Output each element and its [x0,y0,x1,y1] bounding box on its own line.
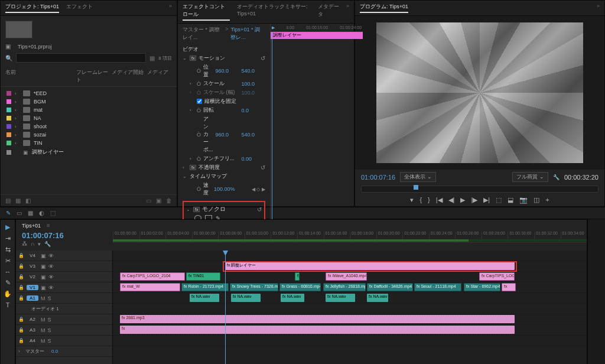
tab-metadata[interactable]: メタデータ [318,3,339,21]
go-in-icon[interactable]: |◀ [436,196,443,204]
toggle-output-icon[interactable]: M [41,317,45,323]
toggle-output-icon[interactable]: ▣ [41,264,46,269]
bin-row[interactable]: ›*EED [3,89,174,98]
ec-timeremap[interactable]: タイムリマップ [190,173,265,180]
slip-tool-icon[interactable]: ↔ [3,268,12,275]
stopwatch-icon[interactable]: Ò [197,68,201,74]
toggle-output-icon[interactable]: M [41,338,45,344]
lift-icon[interactable]: ⬚ [496,196,502,204]
lock-icon[interactable]: 🔒 [18,327,24,333]
ec-time-ruler[interactable]: ▶ 8:00 01:00:16:00 01:00:24:00 [271,24,363,32]
ec-clip-bar[interactable]: 調整レイヤー [271,32,363,39]
track-name[interactable]: V3 [27,264,38,269]
type-tool-icon[interactable]: T [3,301,12,308]
tab-audio-mixer[interactable]: オーディオトラックミキサー: Tips+01 [237,3,311,21]
bin-row[interactable]: ›BGM [3,98,174,106]
clip[interactable]: fx Grass - 60810.mp4 [279,283,321,291]
bin-row[interactable]: ›mat [3,106,174,114]
clip[interactable]: fx Daffodil - 34826.mp4 [367,283,413,291]
wrench-icon[interactable]: 🔧 [553,174,560,180]
toggle-sync-icon[interactable]: 👁 [48,274,54,280]
tab-program[interactable]: プログラム: Tips+01 [360,3,408,13]
clip[interactable]: fx NA.wav [190,294,219,302]
list-view-icon[interactable]: ▤ [5,197,11,204]
comparison-icon[interactable]: ◫ [534,196,539,204]
clip[interactable]: fx [502,283,516,291]
clip[interactable]: fx TIN01 [186,272,220,281]
track-header[interactable]: 🔒A3MS [16,325,112,336]
clip[interactable]: fx 2881.mp3 [120,315,515,323]
clip[interactable]: fx [120,326,515,334]
lock-icon[interactable]: 🔒 [18,274,24,280]
ec-pos-y[interactable]: 540.0 [242,68,265,74]
quality-dropdown[interactable]: フル画質 ⌄ [512,172,548,182]
track-name[interactable]: A2 [27,317,38,322]
clip[interactable]: fx NA.wav [367,294,388,302]
toggle-output-icon[interactable]: M [41,327,45,333]
selection-tool-icon[interactable]: ▶ [3,223,12,231]
timeline-playhead[interactable] [225,251,226,364]
toggle-sync-icon[interactable]: 👁 [48,253,54,259]
track-name[interactable]: A1 [27,295,38,301]
item-row[interactable]: ▣調整レイヤー [3,147,174,157]
stopwatch-icon[interactable]: Ò [197,156,201,162]
ec-af-val[interactable]: 0.00 [242,156,265,162]
panel-menu-icon[interactable]: » [346,3,349,21]
toggle-output-icon[interactable]: ▣ [41,285,46,291]
marker-icon[interactable]: ▾ [38,241,41,247]
track-name[interactable]: V4 [27,253,38,258]
toggle-output-icon[interactable]: ▣ [41,253,46,259]
bin-row[interactable]: ›shoot [3,122,174,131]
tab-effects[interactable]: エフェクト [66,3,93,13]
clip[interactable]: fx Seoul - 21118.mp4 [414,283,461,291]
pen-tool-icon[interactable]: ✎ [3,279,12,287]
ec-anchor-y[interactable]: 540.0 [242,132,265,138]
toggle-sync-icon[interactable]: S [48,295,51,301]
clip[interactable]: fx NA.wav [281,294,304,302]
hand-tool-icon[interactable]: ✋ [3,290,12,298]
chevron-right-icon[interactable]: › [15,91,19,96]
uniform-scale-checkbox[interactable] [197,99,202,104]
tab-project[interactable]: プロジェクト: Tips+01 [5,3,59,13]
lock-icon[interactable]: 🔒 [18,295,24,301]
new-bin-icon[interactable]: ▭ [146,197,151,204]
ec-anchor-x[interactable]: 960.0 [216,132,239,138]
clip[interactable]: fx Jellyfish - 26818.mp4 [323,283,366,291]
toggle-output-icon[interactable]: M [41,295,45,301]
clip[interactable]: fx NA.wav [231,294,261,302]
stopwatch-icon[interactable]: Ò [197,132,201,138]
ec-opacity[interactable]: 不透明度 [199,164,258,171]
ec-clip-crumb[interactable]: Tips+01 * 調整レ... [230,26,265,41]
reset-icon[interactable]: ↺ [257,206,262,213]
export-frame-icon[interactable]: 📷 [519,196,528,204]
snap-icon[interactable]: ⁂ [22,241,27,247]
panel-menu-icon[interactable]: » [597,3,600,13]
chevron-right-icon[interactable]: › [15,108,19,113]
stopwatch-icon[interactable]: Ò [197,108,201,113]
toggle-sync-icon[interactable]: 👁 [48,285,54,291]
bin-row[interactable]: ›NA [3,114,174,122]
settings-icon[interactable]: 🔧 [44,241,51,247]
col-framerate[interactable]: フレームレート [76,69,112,84]
fx-badge-icon[interactable]: fx [190,165,196,170]
track-header[interactable]: 🔒A2MS [16,314,112,325]
toggle-sync-icon[interactable]: S [48,327,51,333]
track[interactable]: fx NA.wavfx NA.wavfx NA.wavfx NA.wavfx N… [113,293,587,304]
toggle-sync-icon[interactable]: S [48,338,51,344]
ec-playhead[interactable] [272,32,272,228]
track-header[interactable]: 🔒A4MS [16,336,112,346]
extract-icon[interactable]: ⬓ [508,196,513,204]
sequence-name[interactable]: Tips+01 [22,223,41,229]
track[interactable] [113,336,587,346]
clip[interactable]: fx Star - 6962.mp4 [464,283,500,291]
lock-icon[interactable]: 🔒 [18,264,24,269]
track[interactable]: fx CarpTIPS_LOGO_2104fx TIN01fx fx iWave… [113,272,587,282]
assembly-icon[interactable]: ✎ [6,210,11,216]
track-name[interactable]: V1 [27,285,38,290]
fx-badge-icon[interactable]: fx [190,56,196,61]
program-timecode[interactable]: 01:00:07:16 [361,174,395,181]
timeline-timecode[interactable]: 01:00:07:16 [16,231,113,240]
lock-icon[interactable]: 🔒 [18,253,24,258]
ec-scale-val[interactable]: 100.0 [242,81,265,87]
track[interactable] [113,251,587,261]
